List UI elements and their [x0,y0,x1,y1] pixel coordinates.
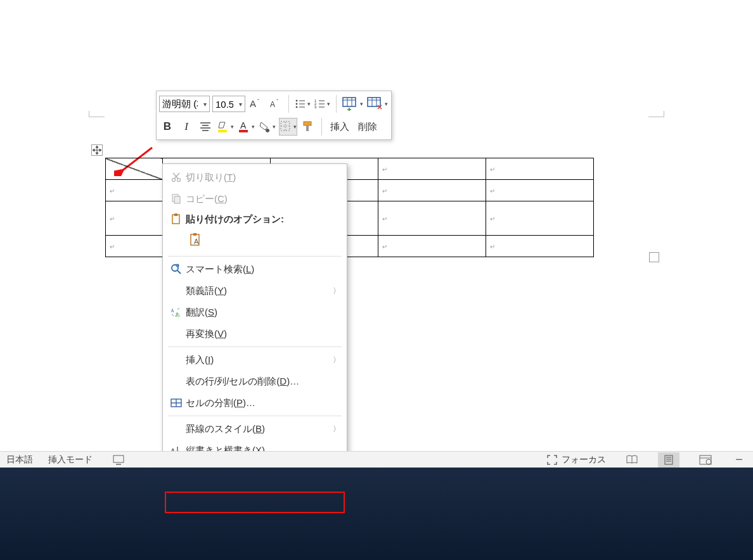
read-mode-button[interactable] [621,452,643,468]
font-size-combo[interactable]: ▾ [212,96,245,112]
svg-point-78 [706,459,711,464]
svg-text:Ａ: Ａ [170,308,175,314]
table-cell[interactable]: ↵ [378,158,486,180]
svg-rect-20 [368,98,380,106]
table-cell[interactable]: ↵ [106,180,163,201]
font-name-input[interactable] [160,96,200,111]
print-layout-button[interactable] [658,452,679,468]
mini-toolbar: ▾ ▾ Aˆ Aˇ ▾ 123 ▾ ▾ ▾ B I [156,91,392,140]
focus-icon [546,454,558,466]
table-cell[interactable]: ↵ [486,236,594,257]
svg-line-55 [177,270,181,274]
table-cell[interactable]: ↵ [106,201,163,236]
menu-paste-options-header: 貼り付けのオプション: [163,210,347,229]
svg-text:ˇ: ˇ [276,98,278,105]
table-cell[interactable]: ↵ [486,158,594,180]
paste-options-row: A [163,229,347,254]
translate-icon: Ａあ [167,307,186,318]
svg-point-43 [172,179,176,182]
delete-button[interactable]: 削除 [355,118,380,136]
focus-label: フォーカス [562,454,606,466]
insert-table-ops-button[interactable]: ▾ [342,95,364,113]
svg-rect-30 [239,130,248,132]
table-cell[interactable]: ↵ [378,236,486,257]
menu-label: 翻訳(S) [186,307,340,319]
status-insert-mode[interactable]: 挿入モード [48,454,93,466]
chevron-down-icon[interactable]: ▾ [236,101,245,108]
menu-label: 貼り付けのオプション: [186,213,340,226]
table-resize-handle[interactable] [649,252,659,262]
menu-label: 類義語(Y) [186,285,330,297]
clipboard-icon [167,213,186,225]
italic-button[interactable]: I [178,118,195,136]
zoom-out-button[interactable]: − [731,452,747,468]
menu-smart-lookup[interactable]: i スマート検索(L) [163,258,347,280]
shading-button[interactable]: ▾ [258,118,276,136]
menu-copy[interactable]: コピー(C) [163,188,347,210]
focus-mode-button[interactable]: フォーカス [546,454,606,466]
menu-label: スマート検索(L) [186,264,340,276]
svg-text:A: A [250,98,256,109]
menu-label: 挿入(I) [186,354,330,366]
menu-reconvert[interactable]: 再変換(V) [163,323,347,345]
chevron-down-icon[interactable]: ▾ [200,101,209,108]
menu-cut[interactable]: 切り取り(T) [163,167,347,188]
table-cell[interactable]: ↵ [486,180,594,201]
copy-icon [167,193,186,205]
menu-label: 罫線のスタイル(B) [186,423,330,435]
svg-text:i: i [177,264,177,267]
svg-rect-76 [700,455,711,464]
font-color-button[interactable]: A ▾ [237,118,255,136]
svg-rect-52 [193,233,196,236]
table-move-handle[interactable] [91,144,103,156]
svg-rect-28 [218,130,227,132]
svg-point-6 [296,103,297,105]
svg-marker-40 [93,149,94,151]
bullets-button[interactable]: ▾ [294,95,311,113]
menu-border-styles[interactable]: 罫線のスタイル(B) 〉 [163,418,347,440]
search-icon: i [167,264,186,275]
menu-insert[interactable]: 挿入(I) 〉 [163,349,347,371]
menu-delete-cells[interactable]: 表の行/列/セルの削除(D)… [163,371,347,392]
display-settings-icon[interactable] [108,452,129,468]
paste-keep-text-button[interactable]: A [186,230,206,250]
borders-button[interactable]: ▾ [279,118,297,136]
svg-rect-72 [665,455,673,464]
svg-point-4 [296,100,297,101]
format-painter-button[interactable] [300,118,316,136]
align-center-button[interactable] [197,118,214,136]
svg-text:A: A [240,120,247,130]
svg-rect-31 [281,122,290,130]
windows-taskbar [0,468,753,560]
table-cell[interactable]: ↵ [378,180,486,201]
svg-rect-16 [343,98,356,106]
table-cell[interactable] [106,158,163,180]
font-name-combo[interactable]: ▾ [159,96,210,112]
menu-label: 切り取り(T) [186,172,340,184]
scissors-icon [167,172,186,183]
grow-font-button[interactable]: Aˆ [248,95,264,113]
svg-text:A: A [194,238,199,245]
menu-synonyms[interactable]: 類義語(Y) 〉 [163,280,347,302]
delete-table-ops-button[interactable]: ▾ [366,95,389,113]
menu-label: コピー(C) [186,193,340,205]
chevron-right-icon: 〉 [330,286,340,296]
shrink-font-button[interactable]: Aˇ [267,95,283,113]
menu-split-cells[interactable]: セルの分割(P)… [163,392,347,414]
svg-point-8 [296,106,297,108]
font-size-input[interactable] [213,96,236,111]
numbering-button[interactable]: 123 ▾ [314,95,331,113]
svg-marker-38 [96,146,98,148]
menu-translate[interactable]: Ａあ 翻訳(S) [163,302,347,323]
insert-button[interactable]: 挿入 [327,118,352,136]
status-language[interactable]: 日本語 [6,454,33,466]
highlight-color-button[interactable]: ▾ [216,118,235,136]
web-layout-button[interactable] [695,452,716,468]
table-cell[interactable]: ↵ [378,201,486,236]
svg-point-44 [177,179,181,182]
table-cell[interactable]: ↵ [486,201,594,236]
bold-button[interactable]: B [159,118,176,136]
table-cell[interactable]: ↵ [106,236,163,257]
status-bar: 日本語 挿入モード フォーカス − [0,451,753,468]
page-margin-mark-right [648,111,664,117]
